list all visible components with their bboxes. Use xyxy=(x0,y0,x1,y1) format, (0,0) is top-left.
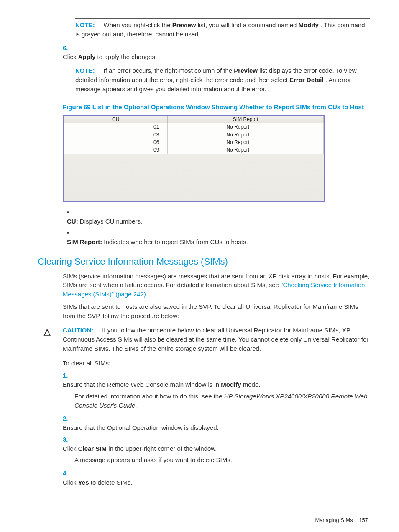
step-text: Click Apply to apply the changes. xyxy=(63,52,364,62)
proc-step-1-sub: For detailed information about how to do… xyxy=(74,392,370,410)
step-number: 1. xyxy=(63,371,74,380)
bullet-icon: • xyxy=(67,208,76,217)
bold-error-detail: Error Detail xyxy=(289,76,324,83)
bold-clear-sim: Clear SIM xyxy=(78,445,107,452)
bold-sim-report: SIM Report: xyxy=(67,238,102,245)
cell-report: No Report xyxy=(168,131,324,139)
procedure-lead: To clear all SIMs: xyxy=(63,359,370,368)
col-header-sim-report: SIM Report xyxy=(168,116,324,123)
caution-icon: △ xyxy=(44,326,50,338)
text: . xyxy=(137,402,139,409)
bold-modify: Modify xyxy=(221,381,241,388)
step-number: 2. xyxy=(63,414,74,423)
table-row: 01No Report xyxy=(64,123,324,131)
note-label: NOTE: xyxy=(75,21,95,28)
text: Displays CU numbers. xyxy=(80,218,142,225)
note-block-error: NOTE: If an error occurs, the right-most… xyxy=(75,64,370,95)
step-number: 6. xyxy=(63,44,74,53)
caution-label: CAUTION: xyxy=(63,326,93,334)
paragraph: SIMs that are sent to hosts are also sav… xyxy=(63,302,370,321)
table-row: 06No Report xyxy=(64,139,324,146)
text: in the upper-right corner of the window. xyxy=(108,445,217,452)
text: Indicates whether to report SIMs from CU… xyxy=(104,238,248,245)
text: to apply the changes. xyxy=(97,53,157,60)
text: Click xyxy=(63,445,78,452)
caution-text: If you follow the procedure below to cle… xyxy=(63,326,368,352)
step-text: Click Clear SIM in the upper-right corne… xyxy=(63,444,364,453)
footer-page-number: 157 xyxy=(359,517,368,523)
page-footer: Managing SIMs 157 xyxy=(38,517,370,524)
text: mode. xyxy=(243,381,261,388)
cell-cu: 01 xyxy=(64,123,168,131)
text: For detailed information about how to do… xyxy=(74,393,224,400)
step-number: 4. xyxy=(63,469,74,478)
bullet-text: SIM Report: Indicates whether to report … xyxy=(67,237,368,247)
proc-step-3-sub: A message appears and asks if you want t… xyxy=(74,455,370,465)
text: to delete SIMs. xyxy=(91,479,133,486)
note-block-preview-modify: NOTE: When you right-click the Preview l… xyxy=(75,18,370,41)
step-text: Ensure that the Remote Web Console main … xyxy=(63,380,364,389)
cell-cu: 09 xyxy=(64,146,168,154)
note-label: NOTE: xyxy=(75,67,95,74)
text: Click xyxy=(63,479,78,486)
text: Ensure that the Remote Web Console main … xyxy=(63,381,221,388)
bold-apply: Apply xyxy=(78,53,96,60)
step-6: 6. Click Apply to apply the changes. xyxy=(63,44,370,62)
bold-yes: Yes xyxy=(78,479,89,486)
figure-caption: Figure 69 List in the Optional Operation… xyxy=(63,103,370,111)
footer-label: Managing SIMs xyxy=(315,517,353,523)
paragraph: SIMs (service information messages) are … xyxy=(63,272,370,299)
sim-report-table: CU SIM Report 01No Report 03No Report 06… xyxy=(64,116,324,154)
cell-cu: 03 xyxy=(64,131,168,139)
caution-block: △ CAUTION: If you follow the procedure b… xyxy=(63,324,370,355)
note-text: When you right-click the xyxy=(104,21,172,28)
step-text: Ensure that the Optional Operation windo… xyxy=(63,423,364,432)
bullet-cu: • CU: Displays CU numbers. xyxy=(67,208,370,226)
bold-cu: CU: xyxy=(67,218,78,225)
bullet-sim-report: • SIM Report: Indicates whether to repor… xyxy=(67,228,370,247)
bold-preview: Preview xyxy=(172,21,196,28)
note-text: list, you will find a command named xyxy=(198,21,299,28)
proc-step-3: 3. Click Clear SIM in the upper-right co… xyxy=(63,435,370,453)
bullet-icon: • xyxy=(67,228,76,237)
bold-modify: Modify xyxy=(299,21,319,28)
cell-report: No Report xyxy=(168,123,324,131)
col-header-cu: CU xyxy=(64,116,168,123)
text: Click xyxy=(63,53,78,60)
section-heading-clearing-sims: Clearing Service Information Messages (S… xyxy=(38,255,370,268)
cell-cu: 06 xyxy=(64,139,168,146)
step-text: Click Yes to delete SIMs. xyxy=(63,478,364,487)
cell-report: No Report xyxy=(168,139,324,146)
step-number: 3. xyxy=(63,435,74,444)
proc-step-4: 4. Click Yes to delete SIMs. xyxy=(63,469,370,487)
bullet-text: CU: Displays CU numbers. xyxy=(67,217,368,226)
cell-report: No Report xyxy=(168,146,324,154)
figure-image: CU SIM Report 01No Report 03No Report 06… xyxy=(63,115,325,202)
table-row: 03No Report xyxy=(64,131,324,139)
note-text: If an error occurs, the right-most colum… xyxy=(104,67,234,74)
proc-step-1: 1. Ensure that the Remote Web Console ma… xyxy=(63,371,370,389)
proc-step-2: 2. Ensure that the Optional Operation wi… xyxy=(63,414,370,432)
text: . xyxy=(146,290,148,298)
bold-preview: Preview xyxy=(234,67,258,74)
table-row: 09No Report xyxy=(64,146,324,154)
